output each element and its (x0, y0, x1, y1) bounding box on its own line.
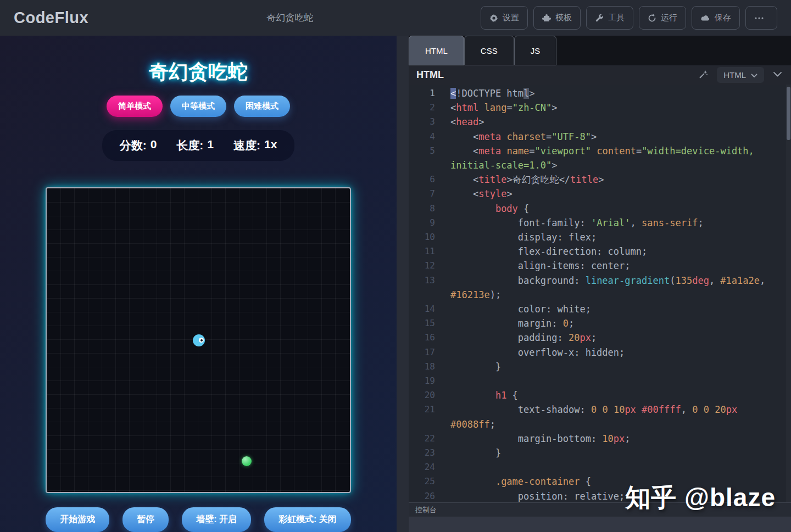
line-number: 21 (409, 402, 435, 431)
console-label: 控制台 (415, 505, 437, 515)
walls-toggle-button[interactable]: 墙壁: 开启 (182, 507, 251, 532)
code-line[interactable]: 18 } (409, 360, 791, 374)
code-line[interactable]: 17 overflow-x: hidden; (409, 345, 791, 360)
code-line[interactable]: 3<head> (409, 115, 791, 129)
templates-label: 模板 (555, 13, 572, 23)
rainbow-mode-toggle-button[interactable]: 彩虹模式: 关闭 (264, 507, 351, 532)
line-number: 9 (409, 216, 435, 230)
language-dropdown-value: HTML (723, 70, 746, 80)
food-dot (242, 456, 252, 466)
code-line[interactable]: 20 h1 { (409, 388, 791, 402)
snake-eye (199, 338, 204, 343)
code-line[interactable]: 9 font-family: 'Arial', sans-serif; (409, 216, 791, 230)
tools-button[interactable]: 工具 (586, 6, 633, 30)
templates-button[interactable]: 模板 (533, 6, 581, 30)
line-number: 3 (409, 115, 435, 129)
game-controls-row: 开始游戏 暂停 墙壁: 开启 彩虹模式: 关闭 (46, 507, 351, 532)
line-content: <meta name="viewport" content="width=dev… (450, 144, 777, 172)
pause-button[interactable]: 暂停 (122, 507, 169, 532)
editor-header: HTML HTML (409, 65, 791, 85)
chevron-down-icon (773, 71, 782, 79)
speed-label: 速度: (233, 138, 260, 153)
line-content: <html lang="zh-CN"> (450, 100, 558, 115)
line-number: 7 (409, 187, 435, 201)
collapse-panel-button[interactable] (772, 70, 783, 80)
line-content: text-shadow: 0 0 10px #00ffff, 0 0 20px … (450, 402, 777, 431)
document-title: 奇幻贪吃蛇 (267, 12, 314, 24)
line-number: 23 (409, 446, 435, 460)
code-line[interactable]: 21 text-shadow: 0 0 10px #00ffff, 0 0 20… (409, 402, 791, 431)
code-line[interactable]: 7 <style> (409, 187, 791, 201)
line-content: } (450, 360, 501, 374)
run-button[interactable]: 运行 (639, 6, 686, 30)
save-button[interactable]: 保存 (692, 6, 740, 30)
line-content: position: relative; (450, 489, 625, 502)
mode-buttons-row: 简单模式 中等模式 困难模式 (107, 96, 290, 117)
topbar-actions: 设置 模板 工具 运行 保存 (481, 6, 777, 30)
language-dropdown[interactable]: HTML (717, 67, 764, 83)
code-line[interactable]: 16 padding: 20px; (409, 331, 791, 345)
editor-tabs: HTML CSS JS (409, 36, 791, 65)
line-number: 19 (409, 374, 435, 388)
cloud-icon (700, 14, 710, 22)
line-content: <title>奇幻贪吃蛇</title> (450, 172, 604, 187)
code-line[interactable]: 11 flex-direction: column; (409, 244, 791, 259)
code-line[interactable]: 22 margin-bottom: 10px; (409, 432, 791, 446)
editor-panel-title: HTML (416, 69, 444, 81)
line-content: display: flex; (450, 230, 597, 244)
code-line[interactable]: 19 (409, 374, 791, 388)
code-line[interactable]: 23 } (409, 446, 791, 460)
game-canvas[interactable] (46, 187, 351, 493)
line-content: <meta charset="UTF-8"> (450, 130, 597, 144)
hard-mode-button[interactable]: 困难模式 (234, 96, 290, 117)
code-line[interactable]: 2<html lang="zh-CN"> (409, 100, 791, 115)
save-label: 保存 (715, 13, 731, 23)
code-line[interactable]: 6 <title>奇幻贪吃蛇</title> (409, 172, 791, 187)
code-line[interactable]: 10 display: flex; (409, 230, 791, 244)
code-line[interactable]: 14 color: white; (409, 302, 791, 316)
line-content: background: linear-gradient(135deg, #1a1… (450, 273, 777, 302)
code-editor[interactable]: 1<!DOCTYPE html>2<html lang="zh-CN">3<he… (409, 85, 791, 502)
settings-button[interactable]: 设置 (481, 6, 528, 30)
editor-scrollbar[interactable] (786, 85, 791, 502)
panel-resize-handle[interactable] (397, 36, 409, 532)
code-line[interactable]: 4 <meta charset="UTF-8"> (409, 130, 791, 144)
line-content: <!DOCTYPE html> (450, 86, 535, 100)
line-number: 22 (409, 432, 435, 446)
line-content: .game-container { (450, 474, 591, 489)
line-number: 14 (409, 302, 435, 316)
game-preview-panel: 奇幻贪吃蛇 简单模式 中等模式 困难模式 分数: 0 长度: 1 速度: 1x (0, 36, 397, 532)
code-line[interactable]: 8 body { (409, 201, 791, 216)
code-line[interactable]: 24 (409, 460, 791, 474)
start-game-button[interactable]: 开始游戏 (46, 507, 109, 532)
line-number: 17 (409, 345, 435, 360)
code-line[interactable]: 12 align-items: center; (409, 259, 791, 273)
code-line[interactable]: 13 background: linear-gradient(135deg, #… (409, 273, 791, 302)
editor-scrollbar-thumb[interactable] (787, 87, 790, 140)
line-number: 8 (409, 201, 435, 216)
easy-mode-button[interactable]: 简单模式 (107, 96, 163, 117)
medium-mode-button[interactable]: 中等模式 (170, 96, 226, 117)
tab-html[interactable]: HTML (409, 36, 464, 65)
line-content: body { (450, 201, 529, 216)
stats-bar: 分数: 0 长度: 1 速度: 1x (102, 130, 295, 161)
format-code-button[interactable] (698, 69, 709, 82)
more-button[interactable] (745, 6, 777, 30)
line-number: 10 (409, 230, 435, 244)
line-number: 26 (409, 489, 435, 502)
line-content: <head> (450, 115, 484, 129)
refresh-icon (648, 14, 656, 23)
code-line[interactable]: 15 margin: 0; (409, 316, 791, 331)
line-content: padding: 20px; (450, 331, 597, 345)
line-number: 20 (409, 388, 435, 402)
code-lines: 1<!DOCTYPE html>2<html lang="zh-CN">3<he… (409, 86, 791, 502)
tab-js[interactable]: JS (514, 36, 557, 65)
line-content: } (450, 446, 501, 460)
line-number: 1 (409, 86, 435, 100)
app-logo: CodeFlux (14, 9, 88, 27)
line-content: align-items: center; (450, 259, 631, 273)
run-label: 运行 (661, 13, 677, 23)
tab-css[interactable]: CSS (464, 36, 514, 65)
code-line[interactable]: 5 <meta name="viewport" content="width=d… (409, 144, 791, 172)
code-line[interactable]: 1<!DOCTYPE html> (409, 86, 791, 100)
